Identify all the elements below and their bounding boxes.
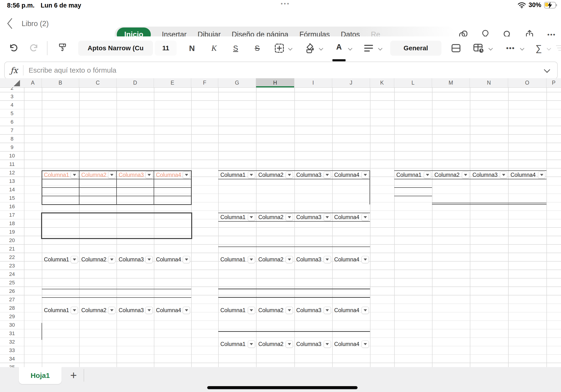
table-header-cell[interactable]: Columna3: [470, 171, 508, 179]
table-header-cell[interactable]: Columna3: [294, 340, 332, 348]
more-formatting-icon[interactable]: •••: [502, 36, 519, 60]
row-number[interactable]: 4: [0, 101, 24, 109]
filter-button[interactable]: [324, 256, 331, 263]
row-number[interactable]: 9: [0, 143, 24, 152]
font-size-field[interactable]: 11: [155, 41, 177, 56]
column-header[interactable]: E: [154, 78, 191, 87]
row-number[interactable]: 17: [0, 211, 24, 219]
filter-button[interactable]: [424, 171, 431, 179]
table-header-cell[interactable]: Columna1: [42, 171, 79, 179]
filter-button[interactable]: [108, 256, 115, 263]
table-header-cell[interactable]: Columna2: [256, 171, 294, 179]
cell-format-dropdown-chevron[interactable]: [488, 46, 493, 50]
table-header-cell[interactable]: Columna4: [154, 306, 191, 315]
borders-dropdown-chevron[interactable]: [288, 46, 292, 50]
row-number[interactable]: 7: [0, 126, 24, 135]
fill-color-icon[interactable]: [302, 36, 317, 60]
table-header-cell[interactable]: Columna2: [79, 171, 117, 179]
table-header-cell[interactable]: Columna1: [42, 306, 79, 315]
table-header-cell[interactable]: Columna4: [332, 306, 370, 315]
table-header-cell[interactable]: Columna3: [117, 255, 154, 264]
row-number[interactable]: 19: [0, 228, 24, 236]
column-header[interactable]: J: [332, 78, 370, 87]
filter-button[interactable]: [362, 256, 369, 263]
filter-button[interactable]: [71, 256, 78, 263]
table-header-cell[interactable]: Columna2: [256, 306, 294, 315]
column-header[interactable]: F: [191, 78, 218, 87]
table-header-cell[interactable]: Columna3: [117, 306, 154, 315]
column-header[interactable]: M: [432, 78, 470, 87]
table-header-cell[interactable]: Columna2: [79, 306, 117, 315]
filter-button[interactable]: [145, 256, 153, 263]
table-header-cell[interactable]: Columna4: [332, 340, 370, 348]
italic-button[interactable]: K: [207, 36, 221, 60]
multitask-handle-dots[interactable]: •••: [272, 0, 298, 7]
table-header-cell[interactable]: Columna1: [394, 171, 432, 179]
spreadsheet-grid[interactable]: Columna1 Columna2 Columna3 Columna4 Colu…: [0, 78, 561, 367]
filter-button[interactable]: [183, 307, 190, 314]
table-header-cell[interactable]: Columna3: [294, 213, 332, 221]
row-number[interactable]: 10: [0, 152, 24, 160]
filter-button[interactable]: [183, 256, 190, 263]
home-indicator[interactable]: [207, 386, 357, 389]
undo-icon[interactable]: [7, 36, 20, 60]
row-number[interactable]: 33: [0, 346, 24, 355]
table-header-cell[interactable]: Columna1: [218, 171, 256, 179]
back-chevron-icon[interactable]: [6, 18, 13, 29]
row-number[interactable]: 21: [0, 245, 24, 253]
autosum-icon[interactable]: ∑: [532, 36, 545, 60]
column-header[interactable]: N: [470, 78, 508, 87]
filter-button[interactable]: [286, 307, 293, 314]
format-painter-icon[interactable]: [55, 36, 70, 60]
column-header-selected[interactable]: H: [256, 78, 294, 87]
table-header-cell[interactable]: Columna2: [79, 255, 117, 264]
row-number[interactable]: 31: [0, 329, 24, 338]
row-number[interactable]: 27: [0, 295, 24, 304]
cell-format-icon[interactable]: [472, 36, 485, 60]
select-all-icon[interactable]: [14, 80, 20, 86]
filter-button[interactable]: [500, 171, 507, 179]
column-header[interactable]: D: [117, 78, 154, 87]
align-dropdown-chevron[interactable]: [378, 46, 382, 50]
table-header-cell[interactable]: Columna4: [508, 171, 546, 179]
row-number[interactable]: 23: [0, 261, 24, 270]
row-number[interactable]: 35: [0, 363, 24, 367]
table-header-cell[interactable]: Columna4: [154, 171, 191, 179]
table-header-cell[interactable]: Columna1: [218, 213, 256, 221]
row-number[interactable]: 18: [0, 219, 24, 228]
filter-button[interactable]: [362, 340, 369, 348]
filter-button[interactable]: [362, 171, 369, 179]
row-number[interactable]: 29: [0, 312, 24, 321]
filter-button[interactable]: [248, 171, 255, 179]
row-number[interactable]: 20: [0, 236, 24, 245]
bold-button[interactable]: N: [185, 36, 199, 60]
filter-button[interactable]: [71, 171, 78, 179]
filter-button[interactable]: [183, 171, 190, 179]
table-header-cell[interactable]: Columna4: [332, 213, 370, 221]
row-number[interactable]: 24: [0, 270, 24, 279]
row-number[interactable]: 8: [0, 135, 24, 143]
row-number[interactable]: 12: [0, 168, 24, 177]
table-header-cell[interactable]: Columna3: [294, 171, 332, 179]
fill-dropdown-chevron[interactable]: [319, 46, 323, 50]
column-header[interactable]: A: [24, 78, 42, 87]
filter-button[interactable]: [108, 171, 115, 179]
filter-button[interactable]: [362, 214, 369, 221]
underline-button[interactable]: S: [229, 36, 242, 60]
formula-input[interactable]: Escribe aquí texto o fórmula: [23, 66, 545, 74]
add-sheet-button[interactable]: +: [66, 368, 81, 382]
sheet-tab-hoja1[interactable]: Hoja1: [19, 367, 62, 384]
font-name-field[interactable]: Aptos Narrow (Cu: [78, 41, 153, 56]
table-header-cell[interactable]: Columna3: [117, 171, 154, 179]
row-number[interactable]: 30: [0, 321, 24, 329]
row-number[interactable]: 22: [0, 253, 24, 261]
filter-button[interactable]: [248, 256, 255, 263]
strikethrough-button[interactable]: S: [250, 36, 264, 60]
borders-icon[interactable]: [272, 36, 286, 60]
font-color-dropdown-chevron[interactable]: [348, 46, 352, 50]
row-number[interactable]: 11: [0, 160, 24, 168]
table-header-cell[interactable]: Columna1: [42, 255, 79, 264]
filter-button[interactable]: [248, 214, 255, 221]
filter-button[interactable]: [71, 307, 78, 314]
filter-button[interactable]: [248, 340, 255, 348]
